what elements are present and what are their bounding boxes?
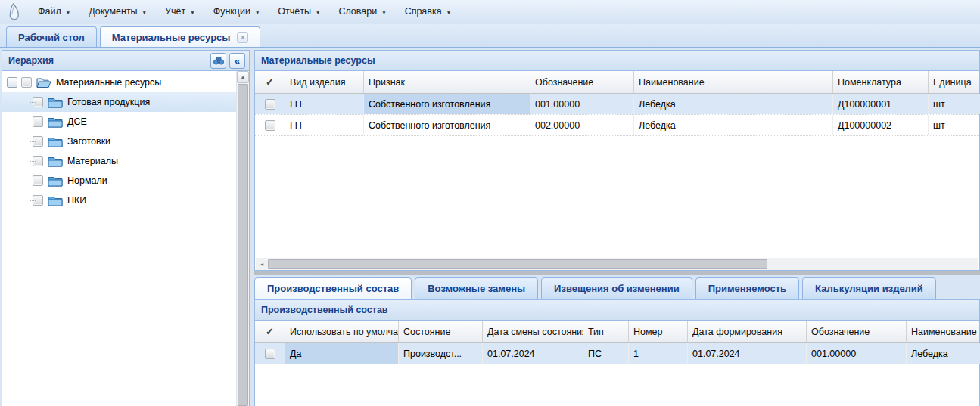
tab-change-notices[interactable]: Извещения об изменении: [541, 277, 692, 299]
scroll-left-icon[interactable]: ◄: [256, 262, 268, 267]
checkmark-icon: ✓: [266, 326, 274, 337]
cell-product-type[interactable]: ГП: [285, 94, 364, 114]
tree-checkbox[interactable]: [33, 97, 43, 107]
column-header-state[interactable]: Состояние: [399, 321, 483, 342]
row-checkbox[interactable]: [265, 99, 275, 110]
cell-nomenclature[interactable]: Д100000001: [833, 94, 929, 114]
tree-checkbox[interactable]: [33, 156, 43, 166]
menu-item-label: Отчёты: [278, 6, 311, 17]
tab-applicability[interactable]: Применяемость: [695, 277, 799, 299]
tree-item-dse[interactable]: ДСЕ: [2, 112, 236, 132]
find-button[interactable]: [210, 53, 226, 69]
detail-tab-strip: Производственный состав Возможные замены…: [254, 275, 980, 299]
column-header-use-default[interactable]: Использовать по умолчанию: [285, 321, 399, 342]
cell-state-change-date[interactable]: 01.07.2024: [483, 343, 583, 364]
app-logo-icon: [6, 2, 21, 20]
menu-item-help[interactable]: Справка ▼: [396, 2, 460, 20]
hierarchy-panel: Иерархия « −: [2, 50, 250, 406]
column-header-name[interactable]: Наименование: [634, 71, 833, 93]
tree-checkbox[interactable]: [33, 116, 43, 127]
binoculars-icon: [213, 57, 224, 65]
cell-name[interactable]: Лебедка: [634, 115, 833, 135]
row-checkbox[interactable]: [265, 120, 275, 131]
table-row[interactable]: ГП Собственного изготовления 002.00000 Л…: [255, 115, 979, 136]
cell-formation-date[interactable]: 01.07.2024: [688, 343, 807, 364]
cell-state[interactable]: Производст...: [399, 343, 483, 364]
cell-nomenclature[interactable]: Д100000002: [833, 115, 929, 135]
tree-item-pki[interactable]: ПКИ: [2, 191, 236, 210]
column-header-designation[interactable]: Обозначение: [807, 321, 907, 342]
grid-horizontal-scrollbar[interactable]: ◄: [256, 258, 978, 270]
table-row[interactable]: Да Производст... 01.07.2024 ПС 1 01.07.2…: [255, 343, 979, 364]
menu-bar: Файл ▼ Документы ▼ Учёт ▼ Функции ▼ Отчё…: [0, 0, 980, 23]
tab-material-resources[interactable]: Материальные ресурсы ×: [100, 26, 261, 47]
cell-number[interactable]: 1: [629, 343, 688, 364]
folder-icon: [48, 136, 63, 147]
folder-icon: [48, 195, 63, 206]
cell-type[interactable]: ПС: [583, 343, 629, 364]
scroll-up-icon[interactable]: ▲: [237, 71, 249, 83]
cell-name[interactable]: Лебедка: [634, 94, 833, 114]
cell-designation[interactable]: 001.00000: [530, 94, 634, 114]
column-header-formation-date[interactable]: Дата формирования: [688, 321, 807, 342]
cell-attribute[interactable]: Собственного изготовления: [364, 115, 530, 135]
tree-item-materials[interactable]: Материалы: [2, 151, 236, 171]
cell-designation[interactable]: 001.00000: [807, 343, 907, 364]
scrollbar-thumb[interactable]: [238, 84, 248, 406]
scrollbar-thumb[interactable]: [268, 259, 767, 269]
tree-item-normals[interactable]: Нормали: [2, 171, 236, 191]
menu-item-dictionaries[interactable]: Словари ▼: [329, 2, 395, 20]
column-header-type[interactable]: Тип: [583, 321, 629, 342]
tree-item-blanks[interactable]: Заготовки: [2, 132, 236, 151]
tree-checkbox[interactable]: [33, 195, 43, 206]
cell-unit[interactable]: шт: [929, 115, 980, 135]
menu-item-documents[interactable]: Документы ▼: [79, 2, 156, 20]
menu-item-file[interactable]: Файл ▼: [29, 2, 79, 20]
close-icon[interactable]: ×: [237, 32, 248, 43]
collapse-panel-button[interactable]: «: [229, 53, 245, 69]
cell-name[interactable]: Лебедка: [907, 343, 980, 364]
cell-product-type[interactable]: ГП: [285, 115, 364, 135]
menu-item-accounting[interactable]: Учёт ▼: [156, 2, 204, 20]
tab-possible-replacements[interactable]: Возможные замены: [415, 277, 538, 299]
cell-attribute[interactable]: Собственного изготовления: [364, 94, 530, 114]
column-header-name[interactable]: Наименование: [907, 321, 980, 342]
menu-item-reports[interactable]: Отчёты ▼: [269, 2, 329, 20]
tab-product-calculations[interactable]: Калькуляции изделий: [802, 277, 936, 299]
tree-item-label: Материальные ресурсы: [56, 77, 161, 88]
panel-title: Материальные ресурсы: [261, 55, 975, 66]
chevron-down-icon: ▼: [190, 8, 194, 15]
select-all-column-header[interactable]: ✓: [255, 71, 285, 93]
panel-title: Иерархия: [8, 55, 207, 66]
column-header-state-change-date[interactable]: Дата смены состояния: [483, 321, 583, 342]
cell-unit[interactable]: шт: [929, 94, 980, 114]
tab-production-structure[interactable]: Производственный состав: [254, 277, 412, 299]
collapse-node-icon[interactable]: −: [7, 77, 17, 88]
tree-item-finished-products[interactable]: Готовая продукция: [2, 92, 236, 112]
tree-checkbox[interactable]: [33, 175, 43, 186]
column-header-unit[interactable]: Единица: [929, 71, 980, 93]
column-header-nomenclature[interactable]: Номенклатура: [833, 71, 929, 93]
tab-label: Производственный состав: [267, 283, 399, 294]
column-header-product-type[interactable]: Вид изделия: [285, 71, 364, 93]
column-header-designation[interactable]: Обозначение: [530, 71, 634, 93]
column-header-attribute[interactable]: Признак: [364, 71, 530, 93]
column-header-number[interactable]: Номер: [629, 321, 688, 342]
table-row[interactable]: ГП Собственного изготовления 001.00000 Л…: [255, 94, 979, 115]
tree-checkbox[interactable]: [21, 77, 32, 88]
cell-designation[interactable]: 002.00000: [530, 115, 634, 135]
resources-grid-header: ✓ Вид изделия Признак Обозначение Наимен…: [255, 71, 979, 94]
detail-grid-header: ✓ Использовать по умолчанию Состояние Да…: [255, 321, 979, 343]
menu-item-functions[interactable]: Функции ▼: [204, 2, 269, 20]
tab-label: Калькуляции изделий: [815, 283, 923, 294]
chevron-down-icon: ▼: [255, 8, 260, 15]
select-all-column-header[interactable]: ✓: [255, 321, 285, 342]
tree-item-label: Нормали: [67, 175, 107, 186]
resources-panel: Материальные ресурсы ✓ Вид изделия Призн…: [254, 50, 980, 271]
cell-use-default[interactable]: Да: [285, 343, 399, 364]
tree-checkbox[interactable]: [33, 136, 43, 147]
tab-desktop[interactable]: Рабочий стол: [6, 26, 97, 47]
tree-vertical-scrollbar[interactable]: ▲: [236, 71, 249, 406]
tree-item-root[interactable]: − Материальные ресурсы: [2, 73, 236, 92]
row-checkbox[interactable]: [265, 349, 275, 359]
